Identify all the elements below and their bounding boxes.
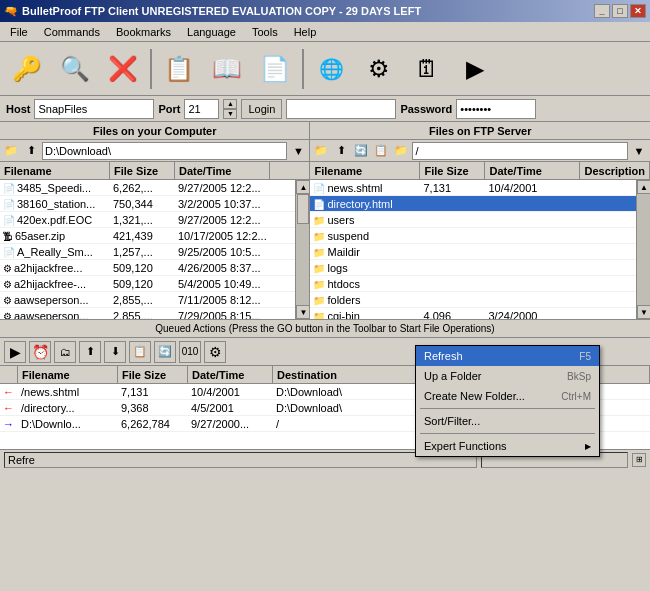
table-row[interactable]: ⚙aawseperson... 2,855,... 7/11/2005 8:12…	[0, 292, 295, 308]
toolbar: 🔑 🔍 ❌ 📋 📖 📄 🌐 ⚙ 🗓 ▶	[0, 42, 650, 96]
menu-tools[interactable]: Tools	[244, 24, 286, 40]
right-tool-5[interactable]: 📁	[392, 142, 410, 160]
table-row[interactable]: 📁users	[310, 212, 636, 228]
more-button[interactable]: ▶	[452, 46, 498, 92]
right-scrollbar[interactable]: ▲ ▼	[636, 180, 650, 319]
connect-button[interactable]: 🔑	[4, 46, 50, 92]
right-tool-1[interactable]: 📁	[312, 142, 330, 160]
ctx-refresh[interactable]: Refresh F5	[416, 346, 599, 366]
browser-button[interactable]: 🌐	[308, 46, 354, 92]
left-path-arrow[interactable]: ▼	[289, 142, 307, 160]
ctx-sort-filter[interactable]: Sort/Filter...	[416, 411, 599, 431]
left-scrollbar[interactable]: ▲ ▼	[295, 180, 309, 319]
status-resize[interactable]: ⊞	[632, 453, 646, 467]
right-col-desc: Description	[580, 162, 650, 179]
login-button[interactable]: Login	[241, 99, 282, 119]
main-content: Files on your Computer 📁 ⬆ ▼ Filename Fi…	[0, 122, 650, 320]
password-input[interactable]	[456, 99, 536, 119]
log-button[interactable]: 📄	[252, 46, 298, 92]
table-row[interactable]: 📁cgi-bin 4,096 3/24/2000	[310, 308, 636, 319]
close-button[interactable]: ✕	[630, 4, 646, 18]
ctx-expert[interactable]: Expert Functions ▶	[416, 436, 599, 456]
left-panel-header: Files on your Computer	[0, 122, 309, 140]
right-tool-4[interactable]: 📋	[372, 142, 390, 160]
table-row[interactable]: 📄directory.html	[310, 196, 636, 212]
ctx-new-folder-shortcut: Ctrl+M	[561, 391, 591, 402]
bookmarks-button[interactable]: 📖	[204, 46, 250, 92]
queue-btn-5[interactable]: ⬇	[104, 341, 126, 363]
search-button[interactable]: 🔍	[52, 46, 98, 92]
menu-file[interactable]: File	[2, 24, 36, 40]
right-scroll-down[interactable]: ▼	[637, 305, 650, 319]
minimize-button[interactable]: _	[594, 4, 610, 18]
ctx-up-folder[interactable]: Up a Folder BkSp	[416, 366, 599, 386]
scroll-track[interactable]	[296, 194, 309, 305]
table-row[interactable]: 📁logs	[310, 260, 636, 276]
menu-help[interactable]: Help	[286, 24, 325, 40]
left-new-folder[interactable]: 📁	[2, 142, 20, 160]
right-file-name: 📁Maildir	[310, 246, 420, 258]
scroll-thumb[interactable]	[297, 194, 309, 224]
host-input[interactable]	[34, 99, 154, 119]
table-row[interactable]: 🗜65aser.zip 421,439 10/17/2005 12:2...	[0, 228, 295, 244]
queue-btn-9[interactable]: ⚙	[204, 341, 226, 363]
menu-language[interactable]: Language	[179, 24, 244, 40]
right-scroll-up[interactable]: ▲	[637, 180, 650, 194]
right-file-name: 📁logs	[310, 262, 420, 274]
left-file-date: 9/27/2005 12:2...	[175, 214, 270, 226]
queue-btn-8[interactable]: 010	[179, 341, 201, 363]
right-file-name: 📁suspend	[310, 230, 420, 242]
port-input[interactable]	[184, 99, 219, 119]
right-tool-3[interactable]: 🔄	[352, 142, 370, 160]
table-row[interactable]: 📄420ex.pdf.EOC 1,321,... 9/27/2005 12:2.…	[0, 212, 295, 228]
left-file-date: 9/27/2005 12:2...	[175, 182, 270, 194]
right-tool-2[interactable]: ⬆	[332, 142, 350, 160]
scheduler-button[interactable]: 🗓	[404, 46, 450, 92]
left-up[interactable]: ⬆	[22, 142, 40, 160]
table-row[interactable]: 📄3485_Speedi... 6,262,... 9/27/2005 12:2…	[0, 180, 295, 196]
queue-btn-3[interactable]: 🗂	[54, 341, 76, 363]
port-up[interactable]: ▲	[223, 99, 237, 109]
settings-button[interactable]: ⚙	[356, 46, 402, 92]
paste-button[interactable]: 📋	[156, 46, 202, 92]
table-row[interactable]: ⚙a2hijackfree-... 509,120 5/4/2005 10:49…	[0, 276, 295, 292]
table-row[interactable]: 📁suspend	[310, 228, 636, 244]
table-row[interactable]: 📁htdocs	[310, 276, 636, 292]
scroll-down[interactable]: ▼	[296, 305, 309, 319]
left-panel-toolbar: 📁 ⬆ ▼	[0, 140, 309, 162]
queue-btn-6[interactable]: 📋	[129, 341, 151, 363]
queue-btn-1[interactable]: ▶	[4, 341, 26, 363]
left-panel: Files on your Computer 📁 ⬆ ▼ Filename Fi…	[0, 122, 310, 319]
queue-btn-2[interactable]: ⏰	[29, 341, 51, 363]
table-row[interactable]: 📄news.shtml 7,131 10/4/2001	[310, 180, 636, 196]
queue-btn-7[interactable]: 🔄	[154, 341, 176, 363]
table-row[interactable]: 📁folders	[310, 292, 636, 308]
table-row[interactable]: 📁Maildir	[310, 244, 636, 260]
qcol-filename: Filename	[18, 366, 118, 383]
menu-bookmarks[interactable]: Bookmarks	[108, 24, 179, 40]
login-input[interactable]	[286, 99, 396, 119]
port-down[interactable]: ▼	[223, 109, 237, 119]
queue-dir-arrow: ←	[0, 386, 18, 398]
right-file-date: 3/24/2000	[485, 310, 580, 320]
left-file-date: 4/26/2005 8:37...	[175, 262, 270, 274]
disconnect-button[interactable]: ❌	[100, 46, 146, 92]
port-spinner[interactable]: ▲ ▼	[223, 99, 237, 119]
table-row[interactable]: 📄A_Really_Sm... 1,257,... 9/25/2005 10:5…	[0, 244, 295, 260]
queue-btn-4[interactable]: ⬆	[79, 341, 101, 363]
ctx-refresh-label: Refresh	[424, 350, 463, 362]
ctx-new-folder[interactable]: Create New Folder... Ctrl+M	[416, 386, 599, 406]
right-path-input[interactable]	[412, 142, 628, 160]
left-file-size: 509,120	[110, 262, 175, 274]
password-label: Password	[400, 103, 452, 115]
left-file-size: 6,262,...	[110, 182, 175, 194]
right-scroll-track[interactable]	[637, 194, 650, 305]
table-row[interactable]: ⚙aawseperson... 2,855,... 7/29/2005 8:15…	[0, 308, 295, 319]
table-row[interactable]: ⚙a2hijackfree... 509,120 4/26/2005 8:37.…	[0, 260, 295, 276]
right-path-arrow[interactable]: ▼	[630, 142, 648, 160]
table-row[interactable]: 📄38160_station... 750,344 3/2/2005 10:37…	[0, 196, 295, 212]
scroll-up[interactable]: ▲	[296, 180, 309, 194]
left-path-input[interactable]	[42, 142, 287, 160]
menu-commands[interactable]: Commands	[36, 24, 108, 40]
maximize-button[interactable]: □	[612, 4, 628, 18]
